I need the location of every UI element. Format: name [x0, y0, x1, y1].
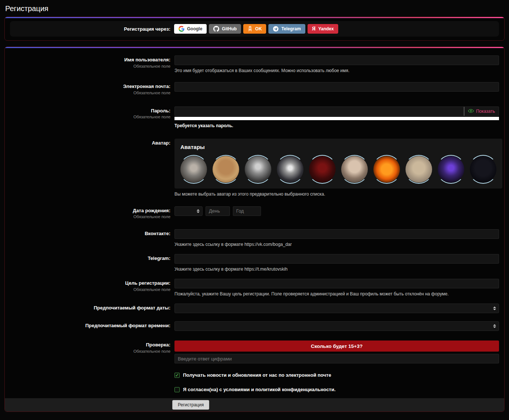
captcha-required-note: Обязательное поле	[10, 349, 170, 353]
password-input[interactable]	[174, 106, 499, 116]
purpose-hint: Пожалуйста, укажите Вашу цель регистраци…	[174, 291, 499, 297]
yandex-register-button[interactable]: Я Yandex	[308, 24, 338, 34]
password-strength-bar	[174, 117, 499, 120]
avatar-option-angry-anime-boy[interactable]	[213, 156, 239, 183]
bat-demon-avatar-image	[277, 156, 303, 183]
birthdate-label: Дата рождения:	[10, 208, 170, 214]
angry-anime-boy-avatar-image	[213, 156, 239, 183]
field-row-password: Пароль: Обязательное поле Показать	[10, 106, 499, 128]
cat-face-avatar-image	[405, 156, 432, 183]
registration-form-body: Имя пользователя: Обязательное поле Это …	[5, 48, 504, 411]
captcha-label: Проверка:	[10, 342, 170, 348]
field-row-email: Электронная почта: Обязательное поле	[10, 82, 499, 95]
terms-checkbox[interactable]	[174, 387, 180, 392]
username-required-note: Обязательное поле	[10, 64, 170, 68]
password-required-note: Обязательное поле	[10, 115, 170, 119]
password-hint: Требуется указать пароль.	[174, 123, 499, 128]
avatar-panel-title: Аватары	[180, 144, 496, 150]
email-required-note: Обязательное поле	[10, 91, 170, 95]
field-row-newsletter: Получать новости и обновления от нас по …	[10, 372, 499, 378]
social-register-panel: Регистрация через: Google	[4, 17, 505, 41]
avatar-hint: Вы можете выбрать аватар из этого предва…	[174, 192, 502, 197]
avatar-options-row	[180, 156, 496, 183]
social-register-label: Регистрация через:	[10, 26, 170, 32]
telegram-register-button[interactable]: Telegram	[268, 24, 305, 34]
ok-register-button[interactable]: OK	[243, 24, 266, 34]
dark-avatar-image	[470, 156, 496, 183]
field-row-time-format: Предпочитаемый формат времени:	[10, 321, 499, 331]
social-register-inner: Регистрация через: Google	[10, 21, 499, 37]
password-show-toggle[interactable]: Показать	[464, 107, 499, 116]
captcha-question-banner: Сколько будет 15+3?	[174, 341, 499, 352]
vk-label: Вконтакте:	[10, 231, 170, 237]
time-format-label: Предпочитаемый формат времени:	[10, 323, 170, 329]
vk-hint: Укажите здесь ссылку в формате https://v…	[174, 242, 499, 247]
avatar-option-masked-person[interactable]	[245, 156, 271, 183]
field-row-captcha: Проверка: Обязательное поле Сколько буде…	[10, 341, 499, 363]
field-row-username: Имя пользователя: Обязательное поле Это …	[10, 55, 499, 73]
avatar-option-red-demon-sketch[interactable]	[309, 156, 336, 183]
avatar-picker-panel: Аватары	[174, 139, 502, 189]
avatar-option-laughing-man[interactable]	[341, 156, 368, 183]
avatar-option-cat-face[interactable]	[405, 156, 432, 183]
captcha-answer-input[interactable]	[174, 354, 499, 363]
github-button-label: GitHub	[222, 26, 237, 31]
masked-person-avatar-image	[245, 156, 271, 183]
google-button-label: Google	[187, 26, 202, 31]
checkmark-icon	[175, 373, 179, 377]
date-format-select[interactable]	[174, 304, 499, 313]
field-row-birthdate: Дата рождения: Обязательное поле	[10, 206, 499, 219]
newsletter-checkbox[interactable]	[174, 373, 180, 378]
updown-arrows-icon	[493, 306, 496, 310]
email-label: Электронная почта:	[10, 84, 170, 89]
laughing-man-avatar-image	[341, 156, 368, 183]
password-show-label: Показать	[476, 109, 495, 114]
birth-year-input[interactable]	[233, 206, 261, 216]
purpose-label: Цель регистрации:	[10, 280, 170, 286]
avatar-option-raccoon[interactable]	[180, 156, 207, 183]
updown-arrows-icon	[493, 324, 496, 328]
social-buttons-row: Google GitHub OK	[174, 24, 499, 34]
birth-month-select[interactable]	[174, 206, 203, 216]
purpose-input[interactable]	[174, 279, 499, 288]
telegram-input[interactable]	[174, 254, 499, 264]
birthdate-required-note: Обязательное поле	[10, 214, 170, 219]
password-label: Пароль:	[10, 108, 170, 114]
avatar-option-bat-demon[interactable]	[277, 156, 303, 183]
newsletter-checkbox-label[interactable]: Получать новости и обновления от нас по …	[183, 372, 331, 378]
red-demon-sketch-avatar-image	[309, 156, 336, 183]
field-row-telegram: Telegram: Укажите здесь ссылку в формате…	[10, 254, 499, 272]
avatar-option-neon-wolf[interactable]	[438, 156, 464, 183]
username-hint: Это имя будет отображаться в Ваших сообщ…	[174, 68, 499, 73]
github-register-button[interactable]: GitHub	[209, 24, 241, 34]
telegram-logo-icon	[273, 26, 279, 32]
telegram-button-label: Telegram	[281, 26, 301, 31]
yandex-letter-icon: Я	[312, 26, 316, 32]
terms-checkbox-label[interactable]: Я согласен(на) с условиями и политикой к…	[183, 387, 336, 392]
github-logo-icon	[213, 26, 219, 32]
vk-input[interactable]	[174, 229, 499, 239]
neon-wolf-avatar-image	[438, 156, 464, 183]
google-register-button[interactable]: Google	[174, 24, 207, 34]
time-format-select[interactable]	[174, 321, 499, 331]
form-footer-bar: Регистрация	[5, 398, 504, 411]
avatar-option-jack-o-lantern[interactable]	[373, 156, 400, 183]
submit-registration-button[interactable]: Регистрация	[172, 400, 209, 410]
gradient-top-border	[5, 17, 504, 18]
raccoon-avatar-image	[180, 156, 207, 183]
ok-button-label: OK	[255, 26, 262, 31]
google-logo-icon	[179, 26, 184, 32]
yandex-button-label: Yandex	[318, 26, 334, 31]
email-input[interactable]	[174, 82, 499, 92]
avatar-option-dark[interactable]	[470, 156, 496, 183]
page-title: Регистрация	[5, 4, 509, 13]
birth-day-input[interactable]	[206, 206, 230, 216]
odnoklassniki-logo-icon	[248, 26, 252, 32]
jack-o-lantern-avatar-image	[373, 156, 400, 183]
username-input[interactable]	[174, 55, 499, 65]
date-format-label: Предпочитаемый формат даты:	[10, 305, 170, 311]
username-label: Имя пользователя:	[10, 57, 170, 63]
avatar-label: Аватар:	[10, 140, 170, 146]
field-row-vk: Вконтакте: Укажите здесь ссылку в формат…	[10, 229, 499, 247]
field-row-date-format: Предпочитаемый формат даты:	[10, 304, 499, 313]
